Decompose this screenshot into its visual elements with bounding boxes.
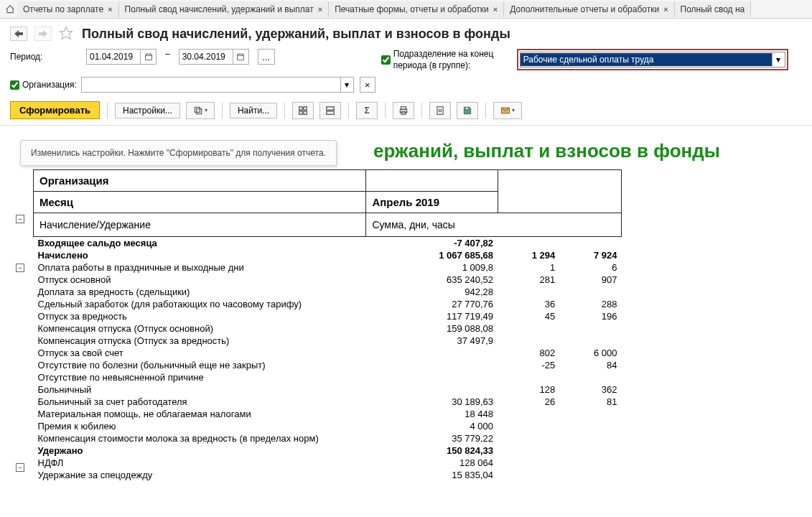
preview-button[interactable] bbox=[429, 102, 451, 119]
table-row: Отпуск за свой счет8026 000 bbox=[34, 347, 622, 359]
tree-toggle[interactable]: − bbox=[16, 463, 24, 472]
tab-1[interactable]: Полный свод начислений, удержаний и выпл… bbox=[119, 1, 330, 17]
month-header-label: Месяц bbox=[34, 192, 366, 213]
table-row: Отсутствие по невыясненной причине bbox=[34, 371, 622, 383]
table-row: Оплата работы в праздничные и выходные д… bbox=[34, 261, 622, 274]
star-icon[interactable] bbox=[59, 26, 75, 42]
tabs-bar: Отчеты по зарплате× Полный свод начислен… bbox=[0, 0, 812, 19]
month-header-value: Апрель 2019 bbox=[366, 192, 498, 213]
table-row: Удержание за спецодежду15 835,04 bbox=[34, 469, 622, 481]
svg-rect-20 bbox=[437, 106, 443, 114]
settings-button[interactable]: Настройки... bbox=[115, 103, 180, 118]
svg-rect-13 bbox=[299, 111, 302, 114]
svg-rect-10 bbox=[195, 107, 200, 112]
chevron-down-icon[interactable]: ▾ bbox=[340, 78, 353, 92]
table-row: Материальная помощь, не облагаемая налог… bbox=[34, 408, 622, 420]
report-table: Организация Месяц Апрель 2019 Начисление… bbox=[33, 169, 622, 481]
report-title: ержаний, выплат и взносов в фонды bbox=[373, 140, 805, 162]
home-icon[interactable] bbox=[3, 2, 17, 17]
chevron-down-icon[interactable]: ▾ bbox=[772, 52, 785, 67]
table-row: Больничный за счет работодателя30 189,63… bbox=[34, 396, 622, 408]
copy-menu-button[interactable]: ▾ bbox=[186, 102, 215, 119]
tab-2[interactable]: Печатные формы, отчеты и обработки× bbox=[329, 1, 504, 17]
table-row: Компенсация отпуска (Отпуск за вредность… bbox=[34, 335, 622, 347]
table-row: Удержано150 824,33 bbox=[34, 444, 622, 457]
table-row: Компенсация отпуска (Отпуск основной)159… bbox=[34, 322, 622, 335]
svg-rect-16 bbox=[327, 111, 335, 114]
col-header-2: Сумма, дни, часы bbox=[366, 213, 622, 237]
settings-changed-hint: Изменились настройки. Нажмите "Сформиров… bbox=[20, 140, 337, 166]
period-label: Период: bbox=[10, 49, 46, 62]
org-header-label: Организация bbox=[34, 170, 366, 192]
email-menu-button[interactable]: ▾ bbox=[493, 102, 522, 119]
svg-rect-14 bbox=[304, 111, 307, 114]
generate-button[interactable]: Сформировать bbox=[10, 101, 100, 119]
table-row: Отсутствие по болезни (больничный еще не… bbox=[34, 359, 622, 371]
svg-rect-12 bbox=[304, 106, 307, 109]
sum-button[interactable]: Σ bbox=[356, 102, 378, 119]
org-select[interactable]: ▾ bbox=[81, 77, 354, 93]
find-button[interactable]: Найти... bbox=[230, 103, 277, 118]
svg-rect-15 bbox=[327, 106, 335, 109]
collapse-groups-button[interactable] bbox=[319, 102, 341, 119]
svg-marker-0 bbox=[60, 27, 73, 39]
org-checkbox[interactable]: Организация: bbox=[10, 80, 77, 90]
table-row: Доплата за вредность (сдельщики)942,28 bbox=[34, 286, 622, 298]
table-row: Начислено1 067 685,681 2947 924 bbox=[34, 249, 622, 261]
table-row: Сдельный заработок (для работающих по ча… bbox=[34, 298, 622, 310]
table-row: НДФЛ128 064 bbox=[34, 457, 622, 469]
filter-row-period: Период: – ... Подразделение на конец пер… bbox=[0, 46, 812, 74]
close-icon[interactable]: × bbox=[493, 5, 498, 14]
svg-rect-9 bbox=[197, 108, 202, 113]
nav-forward-button[interactable] bbox=[34, 27, 52, 41]
tree-gutter: − − − bbox=[7, 169, 33, 481]
close-icon[interactable]: × bbox=[318, 5, 322, 14]
table-row: Входящее сальдо месяца-7 407,82 bbox=[34, 237, 622, 250]
period-more-button[interactable]: ... bbox=[258, 49, 275, 65]
svg-point-21 bbox=[439, 109, 442, 112]
table-row: Больничный128362 bbox=[34, 383, 622, 396]
date-from-input[interactable] bbox=[86, 49, 157, 65]
dept-checkbox[interactable]: Подразделение на конец периода (в группе… bbox=[381, 49, 508, 71]
report-area: ержаний, выплат и взносов в фонды − − − … bbox=[0, 126, 812, 481]
close-icon[interactable]: × bbox=[663, 5, 668, 14]
toolbar: Сформировать Настройки... ▾ Найти... Σ ▾ bbox=[0, 96, 812, 126]
table-row: Отпуск основной635 240,52281907 bbox=[34, 274, 622, 286]
tab-4[interactable]: Полный свод на bbox=[675, 1, 752, 17]
svg-rect-11 bbox=[299, 106, 302, 109]
calendar-icon[interactable] bbox=[140, 50, 156, 64]
print-button[interactable] bbox=[393, 102, 414, 119]
title-bar: Полный свод начислений, удержаний, выпла… bbox=[0, 19, 812, 46]
calendar-icon[interactable] bbox=[233, 50, 248, 64]
table-row: Премия к юбилею4 000 bbox=[34, 420, 622, 432]
filter-row-org: Организация: ▾ × bbox=[0, 74, 812, 96]
tab-0[interactable]: Отчеты по зарплате× bbox=[17, 1, 119, 17]
svg-rect-1 bbox=[145, 55, 151, 60]
tab-3[interactable]: Дополнительные отчеты и обработки× bbox=[504, 1, 674, 17]
expand-groups-button[interactable] bbox=[292, 102, 314, 119]
dept-select[interactable]: Рабочие сдельной оплаты труда ▾ bbox=[520, 52, 785, 67]
dash: – bbox=[162, 49, 173, 59]
clear-org-button[interactable]: × bbox=[360, 77, 375, 93]
tree-toggle[interactable]: − bbox=[16, 215, 24, 223]
tree-toggle[interactable]: − bbox=[16, 264, 24, 272]
svg-rect-22 bbox=[465, 107, 469, 109]
dept-select-highlight: Рабочие сдельной оплаты труда ▾ bbox=[517, 49, 788, 70]
col-header-1: Начисление/Удержание bbox=[34, 213, 366, 237]
page-title: Полный свод начислений, удержаний, выпла… bbox=[82, 27, 510, 42]
save-button[interactable] bbox=[457, 102, 478, 119]
table-row: Компенсация стоимости молока за вредност… bbox=[34, 432, 622, 444]
table-row: Отпуск за вредность117 719,4945196 bbox=[34, 310, 622, 322]
close-icon[interactable]: × bbox=[108, 5, 112, 14]
date-to-input[interactable] bbox=[179, 49, 249, 65]
svg-rect-5 bbox=[238, 55, 244, 60]
nav-back-button[interactable] bbox=[10, 27, 27, 41]
